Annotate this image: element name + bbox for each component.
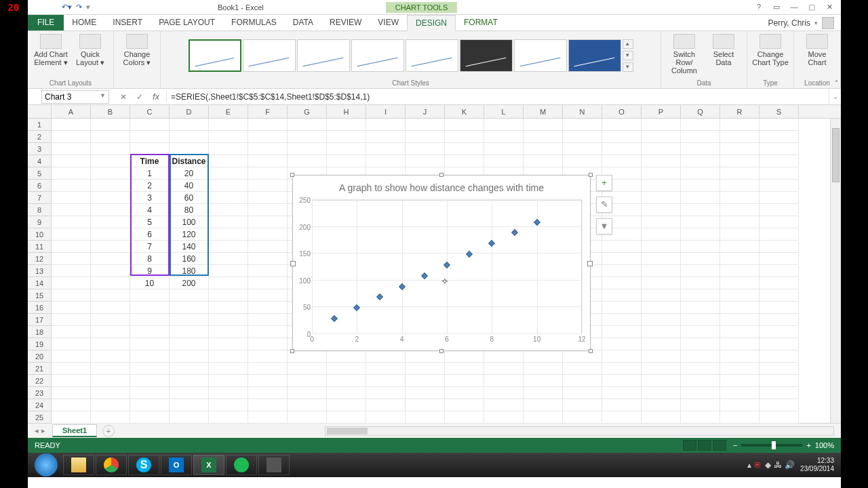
tab-view[interactable]: VIEW xyxy=(370,15,407,30)
cell[interactable] xyxy=(91,326,130,338)
row-header[interactable]: 15 xyxy=(28,289,52,302)
taskbar-app[interactable] xyxy=(258,455,290,475)
cell[interactable] xyxy=(642,192,681,204)
cell[interactable] xyxy=(327,375,366,387)
cell[interactable] xyxy=(720,167,760,180)
cell[interactable] xyxy=(248,192,288,204)
cell[interactable] xyxy=(602,326,642,338)
cell[interactable] xyxy=(484,411,524,424)
cell[interactable] xyxy=(91,180,130,192)
cell[interactable] xyxy=(130,326,170,338)
cell[interactable] xyxy=(760,180,799,192)
cell[interactable] xyxy=(52,192,91,204)
chart-handle-bm[interactable] xyxy=(439,349,443,353)
row-header[interactable]: 14 xyxy=(28,277,52,289)
cell[interactable] xyxy=(209,338,248,350)
cell[interactable]: 4 xyxy=(130,204,170,216)
cell[interactable] xyxy=(327,399,366,411)
cell[interactable] xyxy=(642,338,681,350)
cell[interactable] xyxy=(642,277,681,289)
cell[interactable] xyxy=(91,387,130,399)
taskbar-chrome[interactable] xyxy=(96,455,127,475)
cell[interactable] xyxy=(366,375,406,387)
cell[interactable] xyxy=(327,155,366,167)
cell[interactable] xyxy=(209,119,248,131)
row-header[interactable]: 8 xyxy=(28,204,52,216)
cell[interactable] xyxy=(91,363,130,375)
tray-show-hidden-icon[interactable]: ▴ xyxy=(747,461,751,469)
cell[interactable] xyxy=(91,302,130,314)
cell[interactable] xyxy=(681,216,720,228)
cell[interactable]: 6 xyxy=(130,228,170,241)
cell[interactable]: 180 xyxy=(170,265,209,277)
tray-clock[interactable]: 12:33 23/09/2014 xyxy=(800,457,834,473)
cell[interactable]: 10 xyxy=(130,277,170,289)
chart-handle-tr[interactable] xyxy=(589,173,593,177)
embedded-chart[interactable]: A graph to show how distance changes wit… xyxy=(292,175,591,351)
cell[interactable]: 2 xyxy=(130,180,170,192)
row-header[interactable]: 10 xyxy=(28,228,52,241)
cell[interactable] xyxy=(91,350,130,363)
cell[interactable] xyxy=(406,375,445,387)
column-header[interactable]: K xyxy=(445,105,484,118)
cell[interactable]: 5 xyxy=(130,216,170,228)
cell[interactable] xyxy=(52,375,91,387)
cell[interactable] xyxy=(524,411,563,424)
cell[interactable]: 160 xyxy=(170,253,209,265)
chart-style-6[interactable] xyxy=(460,39,513,72)
maximize-icon[interactable]: ▢ xyxy=(807,3,816,12)
chart-styles-button[interactable]: ✎ xyxy=(596,197,612,213)
cell[interactable] xyxy=(760,387,799,399)
cell[interactable] xyxy=(760,277,799,289)
cell[interactable] xyxy=(209,326,248,338)
cell[interactable] xyxy=(681,192,720,204)
cell[interactable] xyxy=(91,131,130,143)
cell[interactable] xyxy=(720,387,760,399)
cell[interactable] xyxy=(91,228,130,241)
cell[interactable] xyxy=(209,253,248,265)
cell[interactable] xyxy=(288,143,327,155)
cell[interactable] xyxy=(52,131,91,143)
cell[interactable] xyxy=(484,143,524,155)
cell[interactable]: 3 xyxy=(130,192,170,204)
cell[interactable] xyxy=(720,192,760,204)
row-header[interactable]: 12 xyxy=(28,253,52,265)
tray-app-icon[interactable]: ◆ xyxy=(765,461,771,469)
cell[interactable]: Time xyxy=(130,155,170,167)
taskbar-skype[interactable]: S xyxy=(128,455,159,475)
cell[interactable] xyxy=(720,350,760,363)
cell[interactable] xyxy=(602,277,642,289)
cell[interactable] xyxy=(366,143,406,155)
chart-style-7[interactable] xyxy=(514,39,567,72)
cell[interactable] xyxy=(524,350,563,363)
undo-icon[interactable]: ↶▾ xyxy=(62,3,72,12)
cell[interactable] xyxy=(602,387,642,399)
cell[interactable] xyxy=(248,375,288,387)
cell[interactable] xyxy=(91,216,130,228)
cell[interactable] xyxy=(642,363,681,375)
cell[interactable] xyxy=(642,119,681,131)
cell[interactable] xyxy=(130,289,170,302)
cell[interactable] xyxy=(170,350,209,363)
cell[interactable] xyxy=(248,326,288,338)
cell[interactable] xyxy=(209,265,248,277)
cell[interactable] xyxy=(760,338,799,350)
tray-volume-icon[interactable]: 🔊 xyxy=(785,461,795,469)
cell[interactable] xyxy=(52,119,91,131)
cell[interactable] xyxy=(602,338,642,350)
cell[interactable] xyxy=(642,350,681,363)
chart-style-1[interactable] xyxy=(189,39,241,72)
cell[interactable] xyxy=(760,265,799,277)
cell[interactable] xyxy=(760,302,799,314)
cell[interactable] xyxy=(288,119,327,131)
cell[interactable] xyxy=(484,387,524,399)
cell[interactable] xyxy=(366,363,406,375)
cell[interactable] xyxy=(209,350,248,363)
chart-handle-br[interactable] xyxy=(589,349,593,353)
cell[interactable] xyxy=(602,241,642,253)
cell[interactable] xyxy=(602,119,642,131)
zoom-level[interactable]: 100% xyxy=(815,441,834,449)
cell[interactable] xyxy=(91,399,130,411)
cell[interactable] xyxy=(760,167,799,180)
cell[interactable] xyxy=(52,265,91,277)
